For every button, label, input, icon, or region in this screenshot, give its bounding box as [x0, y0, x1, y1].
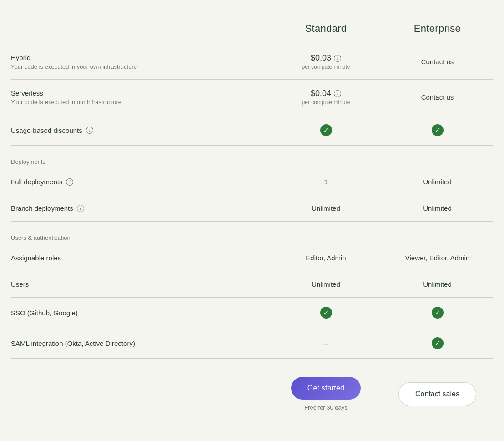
serverless-enterprise: Contact us [382, 93, 493, 101]
full-deployments-label: Full deployments i [11, 178, 270, 186]
usage-discounts-enterprise: ✓ [382, 124, 493, 136]
serverless-price-sub: per compute minute [270, 99, 382, 106]
deployments-label: Deployments [11, 158, 270, 165]
users-section: Users & authentication [11, 222, 493, 245]
usage-discounts-check-enterprise: ✓ [432, 124, 444, 136]
get-started-wrapper: Get started Free for 30 days [270, 377, 382, 411]
usage-discounts-label: Usage-based discounts i [11, 127, 270, 134]
hybrid-enterprise: Contact us [382, 58, 493, 66]
deployments-section: Deployments [11, 146, 493, 169]
saml-name: SAML integration (Okta, Active Directory… [11, 340, 270, 347]
assignable-roles-name: Assignable roles [11, 254, 270, 262]
get-started-button[interactable]: Get started [291, 377, 361, 400]
usage-discounts-row: Usage-based discounts i ✓ ✓ [11, 115, 493, 146]
footer-row: Get started Free for 30 days Contact sal… [11, 359, 493, 420]
sso-enterprise: ✓ [382, 307, 493, 319]
hybrid-row: Hybrid Your code is executed in your own… [11, 44, 493, 80]
full-deployments-info-icon[interactable]: i [66, 178, 73, 186]
branch-deployments-enterprise: Unlimited [382, 204, 493, 212]
serverless-row: Serverless Your code is executed in our … [11, 80, 493, 115]
hybrid-info-icon[interactable]: i [334, 55, 341, 62]
full-deployments-name: Full deployments i [11, 178, 270, 186]
branch-deployments-name: Branch deployments i [11, 204, 270, 212]
saml-standard: – [270, 339, 382, 348]
users-name: Users [11, 280, 270, 288]
usage-discounts-info-icon[interactable]: i [86, 127, 93, 134]
serverless-desc: Your code is executed in our infrastruct… [11, 99, 270, 106]
users-standard: Unlimited [270, 280, 382, 288]
users-enterprise: Unlimited [382, 280, 493, 288]
assignable-roles-row: Assignable roles Editor, Admin Viewer, E… [11, 245, 493, 271]
hybrid-desc: Your code is executed in your own infras… [11, 63, 270, 70]
users-section-label: Users & authentication [11, 234, 270, 241]
branch-deployments-standard: Unlimited [270, 204, 382, 212]
hybrid-standard: $0.03 i per compute minute [270, 53, 382, 70]
usage-discounts-check-standard: ✓ [320, 124, 332, 136]
saml-row: SAML integration (Okta, Active Directory… [11, 328, 493, 359]
sso-label: SSO (Github, Google) [11, 309, 270, 317]
assignable-roles-standard: Editor, Admin [270, 254, 382, 262]
free-trial-text: Free for 30 days [304, 404, 348, 411]
full-deployments-row: Full deployments i 1 Unlimited [11, 169, 493, 195]
serverless-info-icon[interactable]: i [334, 90, 341, 97]
assignable-roles-label: Assignable roles [11, 254, 270, 262]
branch-deployments-row: Branch deployments i Unlimited Unlimited [11, 195, 493, 222]
sso-check-enterprise: ✓ [432, 307, 444, 319]
header-enterprise: Enterprise [382, 23, 493, 35]
serverless-label: Serverless Your code is executed in our … [11, 89, 270, 106]
saml-check-enterprise: ✓ [432, 337, 444, 349]
contact-sales-button[interactable]: Contact sales [398, 382, 476, 406]
header-standard: Standard [270, 23, 382, 35]
hybrid-price-sub: per compute minute [270, 64, 382, 70]
full-deployments-standard: 1 [270, 178, 382, 186]
serverless-name: Serverless [11, 89, 270, 97]
header-row: Standard Enterprise [11, 18, 493, 44]
usage-discounts-standard: ✓ [270, 124, 382, 136]
saml-label: SAML integration (Okta, Active Directory… [11, 340, 270, 347]
assignable-roles-enterprise: Viewer, Editor, Admin [382, 254, 493, 262]
hybrid-name: Hybrid [11, 54, 270, 61]
users-row: Users Unlimited Unlimited [11, 271, 493, 298]
hybrid-price-main: $0.03 i [270, 53, 382, 63]
contact-sales-wrapper: Contact sales [382, 382, 493, 406]
users-label: Users [11, 280, 270, 288]
sso-row: SSO (Github, Google) ✓ ✓ [11, 298, 493, 328]
header-col-empty [11, 23, 270, 35]
saml-enterprise: ✓ [382, 337, 493, 349]
pricing-table: Standard Enterprise Hybrid Your code is … [11, 9, 493, 429]
saml-dash: – [323, 339, 328, 348]
serverless-standard: $0.04 i per compute minute [270, 89, 382, 106]
sso-name: SSO (Github, Google) [11, 309, 270, 317]
branch-deployments-label: Branch deployments i [11, 204, 270, 212]
sso-standard: ✓ [270, 307, 382, 319]
hybrid-label: Hybrid Your code is executed in your own… [11, 54, 270, 70]
sso-check-standard: ✓ [320, 307, 332, 319]
full-deployments-enterprise: Unlimited [382, 178, 493, 186]
branch-deployments-info-icon[interactable]: i [77, 205, 84, 212]
serverless-price-main: $0.04 i [270, 89, 382, 98]
usage-discounts-name: Usage-based discounts i [11, 127, 270, 134]
